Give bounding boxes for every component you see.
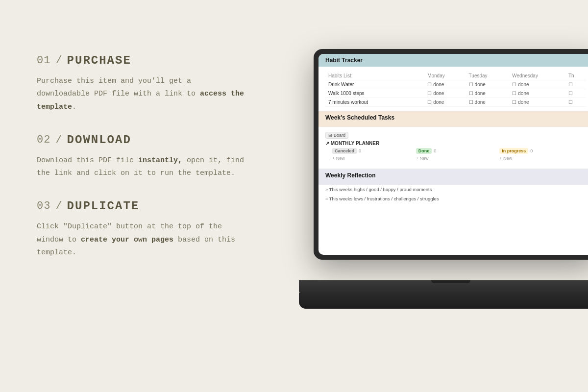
laptop-screen-outer: Habit Tracker Habits List: Monday Tuesda… — [314, 49, 588, 260]
laptop-foot — [299, 293, 588, 309]
col-thursday: Th — [565, 72, 586, 80]
habits-table: Habits List: Monday Tuesday Wednesday Th… — [325, 72, 586, 107]
habit-thu-2 — [565, 89, 586, 98]
habit-tue-3: done — [466, 98, 510, 107]
laptop-base — [299, 280, 588, 294]
habit-mon-3: done — [424, 98, 466, 107]
step-01-title: PURCHASE — [67, 54, 131, 67]
habit-row-3: 7 minutes workout done done done — [325, 98, 586, 107]
reflection-header: Weekly Reflection — [318, 169, 588, 185]
step-03-number: 03 — [37, 200, 50, 212]
done-count: 0 — [434, 148, 436, 153]
habit-tracker-table-block: Habits List: Monday Tuesday Wednesday Th… — [318, 67, 588, 111]
step-01-body: Purchase this item and you'll get a down… — [37, 75, 247, 114]
reflection-items: This weeks highs / good / happy / proud … — [318, 185, 588, 203]
habit-wed-2: done — [509, 89, 565, 98]
scheduled-tasks-body: ⊞ Board MONTHLY PLANNER Canceled 0 + New — [318, 127, 588, 169]
step-01-slash: / — [55, 54, 62, 67]
kanban-inprogress-header: In progress 0 — [499, 148, 579, 154]
habit-name-2: Walk 1000 steps — [325, 89, 424, 98]
step-duplicate-header: 03 / DUPLICATE — [37, 199, 311, 213]
inprogress-label: In progress — [499, 148, 528, 154]
habit-thu-1 — [565, 80, 586, 89]
reflection-item-1: This weeks highs / good / happy / proud … — [318, 185, 588, 194]
scheduled-tasks-title: Week's Scheduled Tasks — [325, 114, 586, 121]
step-02-title: DOWNLOAD — [67, 133, 131, 147]
step-03-title: DUPLICATE — [67, 199, 140, 213]
habit-mon-2: done — [424, 89, 466, 98]
habit-name-1: Drink Water — [325, 80, 424, 89]
inprogress-new[interactable]: + New — [499, 156, 579, 161]
planner-title: MONTHLY PLANNER — [325, 141, 586, 146]
kanban-col-done: Done 0 + New — [416, 148, 496, 161]
step-02-body: Download this PDF file instantly, open i… — [37, 154, 247, 180]
screen-content: Habit Tracker Habits List: Monday Tuesda… — [318, 54, 588, 255]
canceled-label: Canceled — [332, 148, 357, 154]
laptop-screen-inner: Habit Tracker Habits List: Monday Tuesda… — [318, 54, 588, 255]
step-02-number: 02 — [37, 134, 50, 146]
step-03-body: Click "Duplicate" button at the top of t… — [37, 220, 247, 259]
habit-tracker-header: Habit Tracker — [318, 54, 588, 67]
reflection-title: Weekly Reflection — [325, 172, 586, 179]
inprogress-count: 0 — [530, 148, 533, 153]
step-02-slash: / — [55, 134, 62, 146]
habit-tue-1: done — [466, 80, 510, 89]
board-icon: ⊞ — [328, 133, 332, 138]
board-tag: ⊞ Board — [325, 132, 348, 139]
col-wednesday: Wednesday — [509, 72, 565, 80]
habit-tracker-title: Habit Tracker — [325, 57, 586, 64]
canceled-count: 0 — [359, 148, 361, 153]
col-tuesday: Tuesday — [466, 72, 510, 80]
habit-row-2: Walk 1000 steps done done done — [325, 89, 586, 98]
kanban-columns: Canceled 0 + New Done 0 + New — [325, 148, 586, 165]
habit-tue-2: done — [466, 89, 510, 98]
col-habits: Habits List: — [325, 72, 424, 80]
step-download-header: 02 / DOWNLOAD — [37, 133, 311, 147]
scheduled-tasks-header: Week's Scheduled Tasks — [318, 111, 588, 127]
habit-thu-3 — [565, 98, 586, 107]
habit-mon-1: done — [424, 80, 466, 89]
done-new[interactable]: + New — [416, 156, 496, 161]
kanban-done-header: Done 0 — [416, 148, 496, 154]
instructions-panel: 01 / PURCHASE Purchase this item and you… — [37, 54, 311, 279]
kanban-canceled-header: Canceled 0 — [332, 148, 412, 154]
reflection-item-2: This weeks lows / frustrations / challen… — [318, 194, 588, 203]
habit-row-1: Drink Water done done done — [325, 80, 586, 89]
canceled-new[interactable]: + New — [332, 156, 412, 161]
step-purchase-header: 01 / PURCHASE — [37, 54, 311, 67]
done-label: Done — [416, 148, 432, 154]
kanban-col-canceled: Canceled 0 + New — [332, 148, 412, 161]
step-purchase: 01 / PURCHASE Purchase this item and you… — [37, 54, 311, 114]
habit-name-3: 7 minutes workout — [325, 98, 424, 107]
laptop-mockup: Habit Tracker Habits List: Monday Tuesda… — [299, 49, 588, 323]
habit-wed-1: done — [509, 80, 565, 89]
step-duplicate: 03 / DUPLICATE Click "Duplicate" button … — [37, 199, 311, 259]
col-monday: Monday — [424, 72, 466, 80]
habit-wed-3: done — [509, 98, 565, 107]
step-03-slash: / — [55, 200, 62, 212]
step-01-number: 01 — [37, 54, 50, 67]
kanban-col-inprogress: In progress 0 + New — [499, 148, 579, 161]
step-download: 02 / DOWNLOAD Download this PDF file ins… — [37, 133, 311, 180]
